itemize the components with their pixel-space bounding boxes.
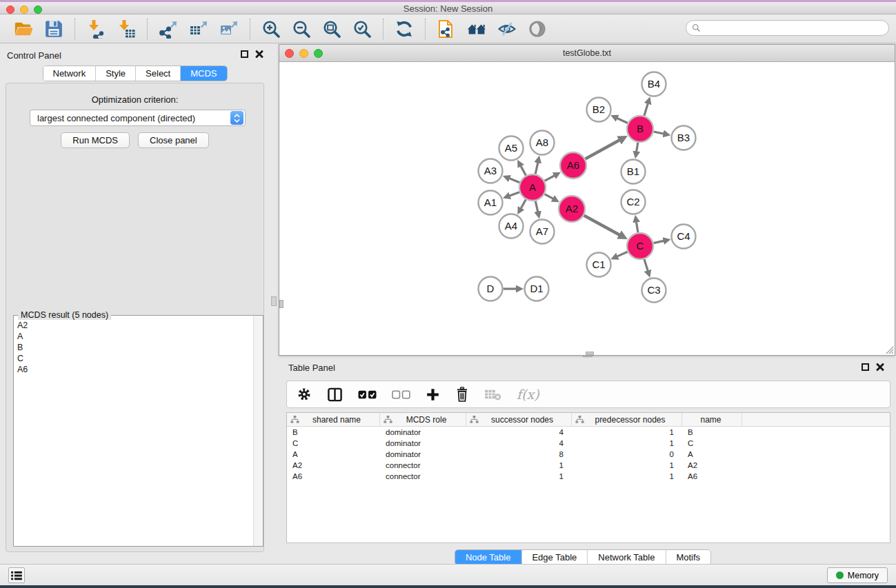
result-item-a[interactable]: A (14, 331, 252, 342)
edge-B-B4[interactable] (644, 103, 648, 116)
result-item-a2[interactable]: A2 (14, 320, 252, 331)
lens-button[interactable] (522, 18, 552, 40)
control-panel-close-icon[interactable] (255, 50, 264, 59)
add-button[interactable] (426, 387, 440, 402)
cell[interactable]: 8 (466, 450, 572, 458)
edge-A-A3[interactable] (509, 179, 519, 183)
network-canvas[interactable]: B4B2BB3A8A5A6A3B1AA1C2A2A4A7C4CC1C3DD1 (279, 62, 895, 355)
gear-button[interactable] (297, 387, 312, 402)
edge-A-A5[interactable] (521, 166, 526, 176)
tab-network[interactable]: Network (43, 66, 96, 81)
column-header-predecessor-nodes[interactable]: predecessor nodes (572, 413, 682, 426)
result-item-a6[interactable]: A6 (14, 364, 252, 375)
eye-slash-button[interactable] (492, 18, 522, 40)
cell[interactable]: A (287, 450, 380, 458)
delete-table-button[interactable] (484, 388, 501, 401)
memory-button[interactable]: Memory (827, 567, 888, 583)
table-panel-float-button[interactable] (862, 363, 869, 371)
node-A[interactable]: A (519, 174, 546, 201)
cell[interactable]: A6 (287, 472, 380, 480)
cell[interactable]: dominator (380, 450, 466, 458)
table-tab-node-table[interactable]: Node Table (455, 550, 522, 565)
node-C2[interactable]: C2 (621, 190, 646, 214)
cell[interactable]: B (287, 428, 380, 436)
table-panel-close-icon[interactable] (876, 363, 885, 372)
control-panel-float-button[interactable] (241, 50, 248, 58)
cell[interactable]: connector (380, 472, 466, 480)
edge-C-C4[interactable] (654, 241, 664, 243)
deselect-all-button[interactable] (392, 389, 410, 400)
edge-A-A7[interactable] (535, 201, 537, 212)
cell[interactable]: A (682, 450, 742, 458)
cell[interactable]: 1 (466, 472, 572, 480)
edge-B-B1[interactable] (637, 143, 638, 152)
result-item-b[interactable]: B (14, 342, 252, 353)
cell[interactable]: 0 (572, 450, 682, 458)
task-history-button[interactable] (8, 567, 25, 583)
network-window-titlebar[interactable]: testGlobe.txt (279, 45, 895, 62)
node-C4[interactable]: C4 (672, 225, 696, 249)
column-header-shared-name[interactable]: shared name (287, 413, 380, 426)
search-input[interactable] (686, 20, 889, 36)
function-builder-button[interactable]: f(x) (517, 387, 539, 402)
import-network-button[interactable] (81, 18, 111, 40)
network-file-button[interactable] (431, 18, 461, 40)
result-scrollbar[interactable] (253, 316, 263, 546)
canvas-hscroll-thumb[interactable] (586, 352, 594, 355)
node-B3[interactable]: B3 (672, 126, 696, 150)
table-tab-network-table[interactable]: Network Table (588, 550, 666, 565)
edge-A-A1[interactable] (510, 192, 519, 196)
cell[interactable]: B (682, 428, 742, 436)
export-table-button[interactable] (183, 18, 214, 40)
node-A7[interactable]: A7 (530, 220, 555, 244)
cell[interactable]: C (287, 439, 380, 447)
edge-B-B3[interactable] (654, 132, 664, 134)
cell[interactable]: dominator (380, 428, 466, 436)
cell[interactable]: 1 (572, 472, 682, 480)
cell[interactable]: C (682, 439, 742, 447)
edge-C-C3[interactable] (644, 259, 648, 271)
edge-C-C1[interactable] (617, 252, 628, 256)
node-B1[interactable]: B1 (621, 160, 646, 184)
tab-select[interactable]: Select (136, 66, 181, 81)
canvas-vscroll-thumb[interactable] (279, 300, 283, 308)
table-tab-edge-table[interactable]: Edge Table (521, 550, 588, 565)
cell[interactable]: A2 (287, 461, 380, 469)
edge-A6-B[interactable] (586, 140, 620, 159)
optimization-criterion-select[interactable]: largest connected component (directed) (30, 110, 246, 126)
select-all-button[interactable] (358, 389, 377, 400)
cell[interactable]: 1 (572, 428, 682, 436)
tab-style[interactable]: Style (96, 66, 136, 81)
double-home-button[interactable] (461, 18, 492, 40)
column-header-name[interactable]: name (682, 413, 742, 426)
columns-button[interactable] (327, 387, 343, 403)
node-A6[interactable]: A6 (560, 152, 586, 179)
node-A8[interactable]: A8 (530, 131, 555, 155)
search-field[interactable] (704, 23, 883, 33)
edge-A-A6[interactable] (545, 176, 555, 181)
column-header-successor-nodes[interactable]: successor nodes (466, 413, 572, 426)
export-network-button[interactable] (153, 18, 183, 40)
node-A2[interactable]: A2 (559, 196, 585, 222)
node-C3[interactable]: C3 (642, 278, 666, 303)
edge-A2-C[interactable] (584, 216, 620, 235)
edge-A-A8[interactable] (535, 163, 538, 174)
zoom-selected-button[interactable] (347, 18, 377, 40)
node-C1[interactable]: C1 (587, 253, 611, 277)
node-A5[interactable]: A5 (499, 136, 524, 161)
cell[interactable]: connector (380, 461, 466, 469)
table-row-a[interactable]: Adominator80A (287, 449, 890, 460)
result-item-c[interactable]: C (14, 353, 252, 364)
vertical-splitter-handle[interactable] (271, 296, 277, 306)
node-A4[interactable]: A4 (499, 214, 524, 239)
open-folder-button[interactable] (8, 18, 39, 40)
cell[interactable]: 4 (466, 428, 572, 436)
column-header-MCDS-role[interactable]: MCDS role (380, 413, 466, 426)
resize-grip[interactable] (884, 345, 894, 354)
trash-button[interactable] (455, 387, 469, 402)
node-B4[interactable]: B4 (642, 72, 666, 97)
cell[interactable]: A2 (682, 461, 742, 469)
tab-mcds[interactable]: MCDS (181, 66, 226, 81)
edge-C-C2[interactable] (637, 222, 638, 232)
node-D[interactable]: D (479, 277, 503, 301)
